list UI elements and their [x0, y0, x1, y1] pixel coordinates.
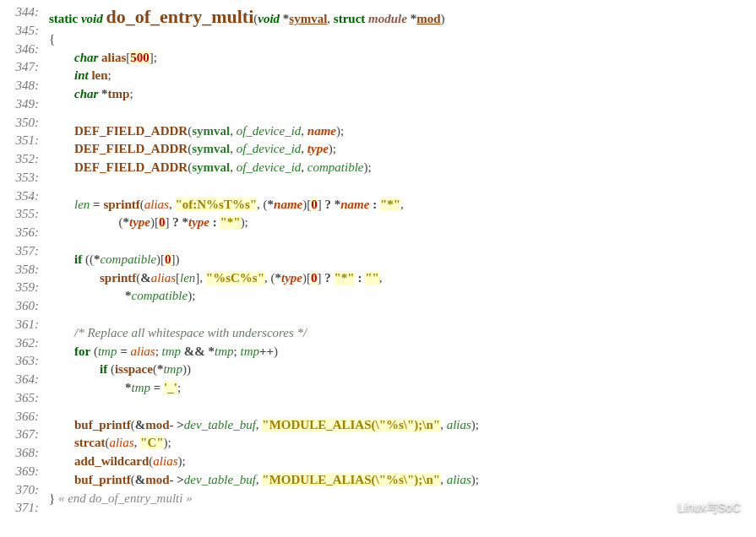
code-line: (*type)[0] ? *type : "*");	[49, 214, 756, 232]
line-number: 357:	[0, 242, 41, 261]
line-number: 348:	[0, 77, 41, 95]
code-line: char alias[500];	[49, 49, 756, 68]
line-number: 351:	[0, 132, 41, 150]
code-line	[49, 177, 756, 196]
code-line: len = sprintf(alias, "of:N%sT%s", (*name…	[49, 196, 756, 214]
line-number: 350:	[0, 114, 41, 133]
line-number: 363:	[0, 352, 41, 371]
line-number: 354:	[0, 187, 41, 206]
line-number: 356:	[0, 224, 41, 242]
line-number: 364:	[0, 371, 41, 389]
code-line	[49, 104, 756, 122]
line-number: 347:	[0, 58, 41, 77]
line-number: 346:	[0, 41, 41, 59]
line-number: 345:	[0, 22, 41, 41]
code-line: DEF_FIELD_ADDR(symval, of_device_id, com…	[49, 159, 756, 177]
code-line: buf_printf(&mod- >dev_table_buf, "MODULE…	[49, 471, 756, 490]
code-line: strcat(alias, "C");	[49, 434, 756, 453]
line-number: 367:	[0, 426, 41, 444]
code-content: static void do_of_entry_multi(void *symv…	[41, 0, 756, 529]
code-line: sprintf(&alias[len], "%sC%s", (*type)[0]…	[49, 269, 756, 288]
line-number: 355:	[0, 205, 41, 224]
line-number: 353:	[0, 169, 41, 187]
code-line: {	[49, 30, 756, 49]
code-line: /* Replace all whitespace with underscor…	[49, 324, 756, 343]
line-number: 369:	[0, 463, 41, 481]
code-line: if (isspace(*tmp))	[49, 361, 756, 379]
code-viewer: 344:345:346:347:348:349:350:351:352:353:…	[0, 0, 756, 529]
line-number: 352:	[0, 150, 41, 169]
line-number: 361:	[0, 316, 41, 334]
code-line	[49, 398, 756, 416]
line-number: 344:	[0, 3, 41, 22]
line-number: 368:	[0, 444, 41, 463]
code-line: DEF_FIELD_ADDR(symval, of_device_id, nam…	[49, 122, 756, 141]
code-line	[49, 507, 756, 526]
code-line: *compatible);	[49, 287, 756, 306]
code-line: DEF_FIELD_ADDR(symval, of_device_id, typ…	[49, 140, 756, 159]
line-number: 366:	[0, 408, 41, 426]
code-line: add_wildcard(alias);	[49, 453, 756, 471]
line-number: 358:	[0, 261, 41, 279]
code-line: } « end do_of_entry_multi »	[49, 490, 756, 508]
code-line	[49, 306, 756, 324]
line-number: 362:	[0, 334, 41, 353]
code-line: buf_printf(&mod- >dev_table_buf, "MODULE…	[49, 416, 756, 435]
line-number: 360:	[0, 297, 41, 316]
line-number: 349:	[0, 95, 41, 114]
code-line: char *tmp;	[49, 85, 756, 104]
line-number: 365:	[0, 389, 41, 408]
line-number: 359:	[0, 279, 41, 297]
code-line: int len;	[49, 67, 756, 85]
code-line: for (tmp = alias; tmp && *tmp; tmp++)	[49, 343, 756, 361]
line-number: 371:	[0, 499, 41, 518]
line-number-gutter: 344:345:346:347:348:349:350:351:352:353:…	[0, 0, 41, 529]
line-number: 370:	[0, 481, 41, 500]
code-line: if ((*compatible)[0])	[49, 251, 756, 269]
code-line: static void do_of_entry_multi(void *symv…	[49, 3, 756, 30]
code-line	[49, 232, 756, 251]
code-line: *tmp = '_';	[49, 379, 756, 398]
